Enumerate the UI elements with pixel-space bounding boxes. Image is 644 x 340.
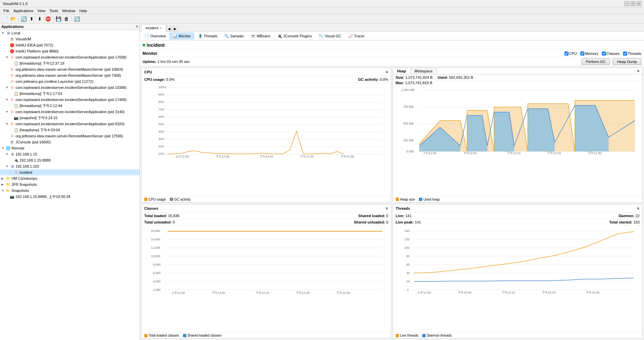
tree-remote[interactable]: ▼ 🌐 Remote	[0, 145, 140, 151]
menu-file[interactable]: File	[1, 7, 11, 14]
cpu-checkbox[interactable]	[564, 52, 569, 56]
tab-visualgc[interactable]: 📉 Visual GC	[315, 33, 344, 39]
tree-jfrsnapshots[interactable]: ▶ 📁 JFR Snapshots	[0, 181, 140, 188]
tree-threaddump2[interactable]: 📋 [threaddump] 下午1:17:03	[0, 91, 140, 97]
maximize-button[interactable]: □	[631, 1, 635, 6]
toolbar-btn-6[interactable]: 🗑	[63, 15, 70, 23]
heap-tab-heap[interactable]: Heap	[393, 68, 410, 74]
minimize-button[interactable]: −	[624, 1, 629, 6]
svg-text:140: 140	[404, 229, 409, 233]
tree-snapshotentry[interactable]: 📷 192.168.1.15:8888, 上午10:50:34	[0, 194, 140, 200]
tree-label-td2: [threaddump] 下午1:17:03	[20, 91, 62, 96]
window-controls: − □ ×	[624, 1, 641, 6]
memory-checkbox-label[interactable]: Memory	[580, 52, 599, 56]
svg-text:下午12:20: 下午12:20	[300, 155, 314, 158]
tree-incident2[interactable]: ▼ ⚙ com.toptoward.incidentserver.Inciden…	[0, 84, 140, 91]
threads-daemon-value: 22	[636, 214, 640, 218]
svg-text:120: 120	[404, 238, 409, 241]
tree-ip2[interactable]: ▼ 🖥 192.168.1.102	[0, 163, 140, 169]
tree-incident4[interactable]: ▼ ⚙ com.toptoward.incidentserver.Inciden…	[0, 109, 140, 115]
tree-ip1[interactable]: ▼ 🖥 192.168.1.15	[0, 151, 140, 157]
heapsize-legend-label: Heap size	[400, 198, 415, 201]
memory-checkbox[interactable]	[580, 52, 584, 56]
heap-chart-close[interactable]: ×	[634, 68, 642, 74]
threads-chart-header: Threads ×	[393, 204, 642, 213]
tree-snapshots[interactable]: ▼ 📁 Snapshots	[0, 188, 140, 194]
tree-launcher[interactable]: ⚙ com.jetbrains.jps.cmdline.Launcher (pi…	[0, 78, 140, 84]
tree-maven1[interactable]: ⚙ org.jetbrains.idea.maven.server.Remote…	[0, 66, 140, 72]
tree-jconsole[interactable]: ☕ JConsole (pid 16600)	[0, 139, 140, 145]
heap-tab-metaspace[interactable]: Metaspace	[410, 68, 437, 74]
threads-chart-close[interactable]: ×	[637, 206, 640, 211]
tree-threaddump1[interactable]: 📋 [threaddump] 下午12:37:19	[0, 60, 140, 66]
tree-label-snapshots: Snapshots	[11, 189, 29, 193]
menu-window[interactable]: Window	[60, 7, 77, 14]
sidebar: Applications × ▼ 🖥 Local ☕ VisualVM 🔴 In…	[0, 24, 140, 340]
threads-checkbox[interactable]	[623, 52, 627, 56]
tree-label-jconsole: JConsole (pid 16600)	[16, 140, 51, 144]
tree-incident5[interactable]: ▼ ⚙ com.toptoward.incidentserver.Inciden…	[0, 121, 140, 127]
cpu-chart-close[interactable]: ×	[386, 69, 388, 75]
sidebar-close-btn[interactable]: ×	[136, 24, 138, 29]
tree-local[interactable]: ▼ 🖥 Local	[0, 30, 140, 36]
toolbar-btn-4[interactable]: ⛔	[44, 15, 52, 23]
menu-applications[interactable]: Applications	[11, 7, 35, 14]
toolbar-btn-5[interactable]: 💾	[55, 15, 62, 23]
cpu-checkbox-label[interactable]: CPU	[564, 52, 577, 56]
tree-snapshot1[interactable]: 📷 [snapshot] 下午3:14:15	[0, 115, 140, 121]
ip2-icon: 🖥	[9, 164, 15, 169]
heap-dump-button[interactable]: Heap Dump	[613, 58, 641, 65]
close-button[interactable]: ×	[637, 1, 641, 6]
menu-view[interactable]: View	[35, 7, 48, 14]
tab-mbeans[interactable]: ☕ MBeans	[248, 33, 273, 39]
tree-ip1port[interactable]: 🔌 192.168.1.15:8888	[0, 157, 140, 163]
threads-checkbox-label[interactable]: Threads	[623, 52, 641, 56]
tree-visualvm[interactable]: ☕ VisualVM	[0, 36, 140, 42]
sidebar-header: Applications ×	[0, 24, 140, 30]
heap-size-label: Size:	[396, 75, 404, 79]
tree-intellij2[interactable]: 🔴 IntelliJ Platform (pid 8860)	[0, 48, 140, 54]
tab-sampler[interactable]: 🔍 Sampler	[221, 33, 247, 39]
classes-chart-close[interactable]: ×	[386, 206, 388, 211]
tab-overview[interactable]: 📄 Overview	[141, 33, 169, 39]
tree-intellij1[interactable]: 🔴 IntelliJ IDEA (pid 7072)	[0, 42, 140, 48]
toolbar-btn-3[interactable]: ⬇	[36, 15, 43, 23]
tree-label-maven3: org.jetbrains.idea.maven.server.RemoteMa…	[16, 134, 123, 138]
perform-gc-button[interactable]: Perform GC	[582, 58, 610, 65]
menu-tools[interactable]: Tools	[48, 7, 60, 14]
nav-forward[interactable]: ▶	[173, 26, 178, 31]
tree-threaddump3[interactable]: 📋 [threaddump] 下午2:12:44	[0, 103, 140, 109]
tab-overview-label: Overview	[150, 34, 166, 38]
toolbar-btn-2[interactable]: ⬆	[28, 15, 35, 23]
tab-threads[interactable]: 🧵 Threads	[195, 33, 220, 39]
toolbar-btn-7[interactable]: 🔃	[73, 15, 81, 23]
tree-heapdump1[interactable]: 📋 [heapdump] 下午4:33:04	[0, 127, 140, 133]
toolbar-open-btn[interactable]: 📂	[9, 15, 17, 23]
heap-max-row: Max: 1,073,741,824 B	[393, 81, 642, 86]
tab-monitor[interactable]: 📊 Monitor	[170, 33, 194, 39]
tree-vmcoredumps[interactable]: ▶ 📁 VM Coredumps	[0, 175, 140, 181]
svg-text:20: 20	[406, 280, 410, 283]
app-title-text: VisualVM 2.1.5	[3, 2, 624, 6]
svg-text:8,000: 8,000	[153, 263, 161, 266]
toolbar-new-btn[interactable]: 📄	[1, 15, 9, 23]
tree-incident3[interactable]: ▼ ⚙ com.toptoward.incidentserver.Inciden…	[0, 97, 140, 103]
total-unloaded-value: 0	[173, 220, 175, 224]
tree-maven2[interactable]: ⚙ org.jetbrains.idea.maven.server.Remote…	[0, 72, 140, 78]
tree-incident1[interactable]: ▼ ⚙ com.toptoward.incidentserver.Inciden…	[0, 54, 140, 60]
tree-maven3[interactable]: ⚙ org.jetbrains.idea.maven.server.Remote…	[0, 133, 140, 139]
classes-checkbox-label[interactable]: Classes	[602, 52, 620, 56]
main-tab-incident[interactable]: incident ×	[141, 24, 166, 32]
tree-incident-remote[interactable]: ⚙ incident	[0, 169, 140, 175]
classes-checkbox-text: Classes	[607, 52, 620, 56]
main-tab-close[interactable]: ×	[160, 26, 162, 30]
tab-jconsole[interactable]: 🔌 JConsole Plugins	[274, 33, 315, 39]
tree-label-maven1: org.jetbrains.idea.maven.server.RemoteMa…	[16, 67, 123, 71]
toolbar-btn-1[interactable]: 🔄	[20, 15, 27, 23]
svg-text:100: 100	[404, 246, 409, 249]
classes-checkbox[interactable]	[602, 52, 606, 56]
heap-tab-bar: Heap Metaspace ×	[393, 68, 642, 74]
tab-tracer[interactable]: 📈 Tracer	[345, 33, 368, 39]
nav-back[interactable]: ◀	[166, 26, 172, 31]
menu-help[interactable]: Help	[78, 7, 89, 14]
